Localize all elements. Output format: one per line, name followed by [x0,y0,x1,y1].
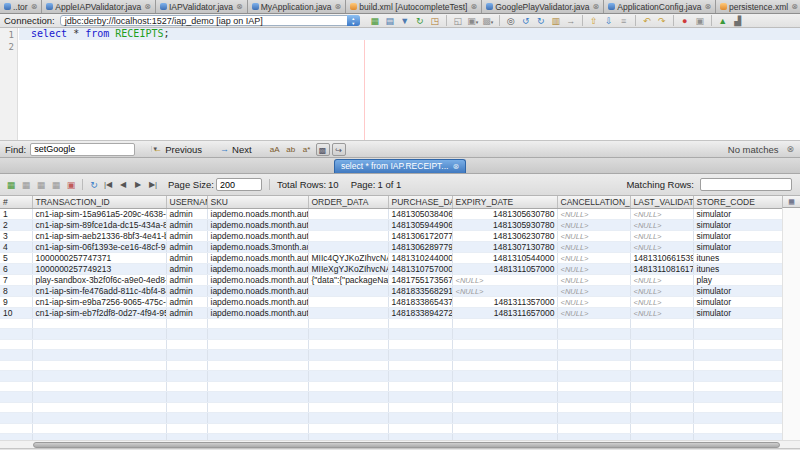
highlight-results-icon[interactable]: ▩ [316,143,330,156]
empty-cell[interactable] [308,381,388,392]
empty-cell[interactable] [452,381,557,392]
empty-cell[interactable] [166,381,207,392]
horizontal-scrollbar[interactable] [0,440,800,448]
tab-close-icon[interactable]: ⊗ [31,2,38,11]
empty-cell[interactable] [0,339,32,350]
table-cell[interactable]: 1000000257749213 [32,263,166,274]
table-cell[interactable]: iapdemo.noads.3month.auto [207,241,308,252]
empty-cell[interactable] [630,350,693,361]
empty-cell[interactable] [0,329,32,340]
table-row[interactable]: 51000000257747371adminiapdemo.noads.mont… [0,252,782,263]
column-header[interactable]: SKU [207,196,308,208]
table-cell[interactable]: simulator [693,285,782,296]
table-cell[interactable]: 1481306289779 [388,241,452,252]
table-cell[interactable]: 1481311057000 [452,263,557,274]
editor-tab[interactable]: GooglePlayValidator.java⊗ [482,0,604,13]
empty-cell[interactable] [32,360,166,371]
empty-row[interactable] [0,413,782,424]
stop-macro-icon[interactable]: ▣ [693,15,707,27]
table-cell[interactable]: admin [166,307,207,318]
table-cell[interactable]: <NULL> [557,263,630,274]
table-cell[interactable]: admin [166,252,207,263]
empty-cell[interactable] [0,360,32,371]
table-cell[interactable]: simulator [693,208,782,219]
column-header[interactable]: USERNAME [166,196,207,208]
table-cell[interactable]: simulator [693,230,782,241]
table-cell[interactable]: play [693,274,782,285]
table-cell[interactable]: admin [166,230,207,241]
table-cell[interactable]: simulator [693,296,782,307]
empty-cell[interactable] [32,350,166,361]
table-cell[interactable]: <NULL> [557,208,630,219]
result-tab[interactable]: select * from IAP.RECEIPT... ⊗ [334,159,466,173]
table-cell[interactable]: <NULL> [557,219,630,230]
empty-cell[interactable] [452,339,557,350]
table-cell[interactable]: 1481310544000 [452,252,557,263]
table-cell[interactable]: itunes [693,252,782,263]
table-cell[interactable]: 1481755173567 [388,274,452,285]
empty-cell[interactable] [207,381,308,392]
empty-cell[interactable] [207,339,308,350]
table-cell[interactable]: 1481833865437 [388,296,452,307]
key-down-icon[interactable]: ⇩ [602,15,616,27]
matching-rows-input[interactable] [700,178,792,191]
table-cell[interactable]: 8 [0,285,32,296]
tab-close-icon[interactable]: ⊗ [236,2,243,11]
tab-close-icon[interactable]: ⊗ [704,2,711,11]
table-cell[interactable]: 4 [0,241,32,252]
match-case-icon[interactable]: aA [268,143,282,156]
table-row[interactable]: 3cn1-iap-sim-aeb21336-8bf3-4e41-b...admi… [0,230,782,241]
empty-cell[interactable] [557,402,630,413]
empty-cell[interactable] [388,329,452,340]
connection-dropdown-icon[interactable]: ▲▼ [347,15,360,26]
empty-cell[interactable] [0,318,32,329]
result-tab-close-icon[interactable]: ⊗ [452,160,459,173]
empty-cell[interactable] [308,423,388,434]
editor-tab[interactable]: ApplicationConfig.java⊗ [604,0,716,13]
table-cell[interactable]: iapdemo.noads.month.auto [207,230,308,241]
table-cell[interactable]: cn1-iap-sim-e9ba7256-9065-475c-9... [32,296,166,307]
empty-cell[interactable] [630,381,693,392]
table-cell[interactable]: 1481305630780 [452,208,557,219]
find-next-button[interactable]: → Next [220,144,252,155]
empty-cell[interactable] [166,413,207,424]
find-query-icon[interactable]: ◎ [504,15,518,27]
table-cell[interactable]: MIIeXgYJKoZIhvcNAQc... [308,263,388,274]
empty-cell[interactable] [207,318,308,329]
column-header[interactable]: PURCHASE_DATE [388,196,452,208]
truncate-table-icon[interactable]: ▣ [64,178,78,192]
dock-icon[interactable]: ▟ [731,15,745,27]
empty-cell[interactable] [452,413,557,424]
empty-cell[interactable] [557,350,630,361]
tab-close-icon[interactable]: ⊗ [144,2,151,11]
table-cell[interactable]: iapdemo.noads.month.auto [207,252,308,263]
empty-cell[interactable] [630,360,693,371]
refresh-records-icon[interactable]: ↻ [87,178,101,192]
code-area[interactable]: select * from RECEIPTS; [19,28,800,140]
table-row[interactable]: 7play-sandbox-3b2f0f6c-a9e0-4ed8-b...adm… [0,274,782,285]
table-cell[interactable]: <NULL> [557,296,630,307]
empty-cell[interactable] [693,318,782,329]
empty-cell[interactable] [557,339,630,350]
code-line-1[interactable]: select * from RECEIPTS; [19,28,800,40]
column-header[interactable]: LAST_VALIDATED [630,196,693,208]
empty-cell[interactable] [207,350,308,361]
table-cell[interactable]: <NULL> [452,285,557,296]
empty-cell[interactable] [630,329,693,340]
empty-cell[interactable] [166,339,207,350]
empty-cell[interactable] [0,392,32,403]
whole-word-icon[interactable]: ab [284,143,298,156]
keys-icon[interactable]: ≡ [617,15,631,27]
empty-cell[interactable] [388,423,452,434]
table-cell[interactable]: <NULL> [630,296,693,307]
empty-cell[interactable] [0,413,32,424]
table-cell[interactable]: 2 [0,219,32,230]
empty-cell[interactable] [630,423,693,434]
empty-cell[interactable] [32,318,166,329]
empty-cell[interactable] [207,402,308,413]
table-cell[interactable]: 1481305038406 [388,208,452,219]
snippets-icon[interactable]: ▣▾ [466,15,480,27]
table-cell[interactable]: <NULL> [557,230,630,241]
table-cell[interactable]: <NULL> [630,208,693,219]
table-cell[interactable] [308,230,388,241]
